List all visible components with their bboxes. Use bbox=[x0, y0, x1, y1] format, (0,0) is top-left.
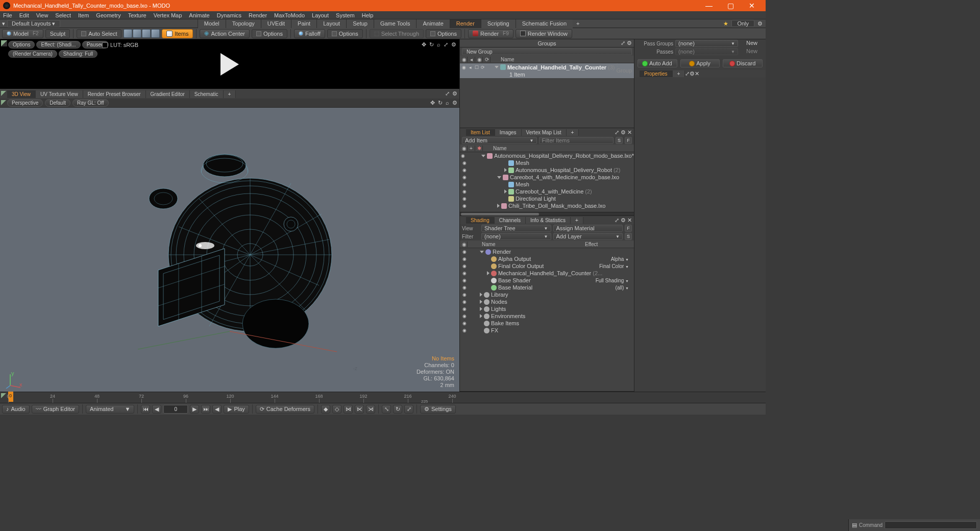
gear-icon[interactable]: ⚙ bbox=[627, 40, 632, 46]
menu-vertexmap[interactable]: Vertex Map bbox=[154, 12, 182, 18]
grapheditor-button[interactable]: 〰Graph Editor bbox=[32, 405, 79, 414]
3d-viewport[interactable]: -z No Items Channels: 0 Deformers: ON GL… bbox=[0, 108, 459, 392]
key-icon[interactable]: ⋈ bbox=[344, 405, 353, 414]
layout-tab-layout[interactable]: Layout bbox=[316, 19, 346, 28]
key-icon[interactable]: ◆ bbox=[321, 405, 330, 414]
shader-row[interactable]: ◉Base ShaderFull Shading ▼ bbox=[460, 277, 634, 284]
menu-item[interactable]: Item bbox=[78, 12, 89, 18]
list-item[interactable]: ◉Autonomous_Hospital_Delivery_Robot_modo… bbox=[460, 152, 634, 159]
preview-effect[interactable]: Effect: (Shadi... bbox=[36, 41, 80, 49]
name-column[interactable]: Name bbox=[483, 146, 634, 151]
tool-icon[interactable]: ↻ bbox=[393, 405, 402, 414]
menu-texture[interactable]: Texture bbox=[128, 12, 146, 18]
s-button[interactable]: S bbox=[616, 137, 623, 144]
menu-dynamics[interactable]: Dynamics bbox=[217, 12, 241, 18]
panel-tab[interactable]: Shading bbox=[466, 217, 495, 224]
component-mode-icons[interactable] bbox=[124, 29, 160, 38]
gear-icon[interactable]: ⚙ bbox=[451, 41, 456, 48]
expand-triangle-icon[interactable] bbox=[481, 155, 485, 157]
add-tab[interactable]: + bbox=[673, 70, 685, 77]
passes-dropdown[interactable]: (none)▼ bbox=[675, 48, 738, 55]
preview-shading[interactable]: Shading: Full bbox=[59, 50, 97, 58]
play-button[interactable]: ▶Play bbox=[224, 405, 249, 414]
refresh-icon[interactable]: ↻ bbox=[429, 41, 434, 48]
panel-tab[interactable]: Vertex Map List bbox=[522, 129, 567, 136]
eye-col-icon[interactable]: ◉ bbox=[460, 57, 468, 62]
expand-icon[interactable]: ⤢ bbox=[615, 129, 619, 136]
expand-triangle-icon[interactable] bbox=[504, 168, 507, 172]
add-layout-tab[interactable]: + bbox=[573, 20, 583, 27]
close-icon[interactable]: ✕ bbox=[627, 129, 632, 136]
search-icon[interactable]: ⌕ bbox=[437, 41, 440, 48]
menu-system[interactable]: System bbox=[336, 12, 355, 18]
options-button-1[interactable]: Options bbox=[252, 29, 287, 38]
menu-geometry[interactable]: Geometry bbox=[96, 12, 120, 18]
layout-tab-gametools[interactable]: Game Tools bbox=[374, 19, 416, 28]
expand-triangle-icon[interactable] bbox=[497, 176, 501, 179]
panel-tab[interactable]: Item List bbox=[466, 129, 495, 136]
layout-tab-render[interactable]: Render bbox=[450, 19, 481, 28]
step-back-icon[interactable]: ◀ bbox=[152, 405, 161, 414]
vertex-mode-icon[interactable] bbox=[124, 29, 132, 38]
col-icon[interactable]: ◉ bbox=[475, 57, 483, 62]
expand-icon[interactable]: ⤢ bbox=[445, 90, 450, 97]
shader-row[interactable]: ◉FX bbox=[460, 327, 634, 334]
plus-col-icon[interactable]: + bbox=[468, 146, 475, 151]
cachedeformers-button[interactable]: ⟳Cache Deformers bbox=[256, 405, 314, 414]
list-item[interactable]: ◉Mesh bbox=[460, 159, 634, 166]
menu-select[interactable]: Select bbox=[55, 12, 71, 18]
s-button[interactable]: S bbox=[625, 233, 632, 240]
maximize-button[interactable]: ▢ bbox=[720, 0, 741, 11]
f-button[interactable]: F bbox=[625, 137, 632, 144]
close-icon[interactable]: ✕ bbox=[695, 70, 699, 77]
newgroup-button[interactable]: New Group bbox=[462, 48, 632, 55]
menu-view[interactable]: View bbox=[36, 12, 48, 18]
raygl-dropdown[interactable]: Ray GL: Off bbox=[72, 99, 109, 107]
expand-triangle-icon[interactable] bbox=[480, 307, 482, 311]
move-icon[interactable]: ✥ bbox=[430, 100, 435, 106]
filter-dropdown[interactable]: (none)▼ bbox=[481, 233, 551, 240]
preview-camera[interactable]: (Render Camera) bbox=[8, 50, 57, 58]
layout-dropdown-icon[interactable]: ▾ bbox=[0, 20, 7, 27]
play-preview-icon[interactable] bbox=[220, 53, 239, 76]
layout-tab-setup[interactable]: Setup bbox=[346, 19, 374, 28]
layout-tab-scripting[interactable]: Scripting bbox=[481, 19, 516, 28]
view-tab[interactable]: Gradient Editor bbox=[146, 90, 190, 98]
passgroups-dropdown[interactable]: (none)▼ bbox=[675, 40, 738, 47]
shader-row[interactable]: ◉Lights bbox=[460, 305, 634, 312]
effect-column[interactable]: Effect bbox=[583, 242, 634, 247]
close-icon[interactable]: ✕ bbox=[627, 217, 632, 224]
menu-edit[interactable]: Edit bbox=[19, 12, 29, 18]
panel-corner-icon[interactable] bbox=[1, 100, 6, 105]
refresh-icon[interactable]: ↻ bbox=[438, 100, 443, 106]
panel-tab[interactable]: Images bbox=[495, 129, 522, 136]
menu-help[interactable]: Help bbox=[362, 12, 374, 18]
shader-row[interactable]: ◉Bake Items bbox=[460, 320, 634, 327]
add-tab[interactable]: + bbox=[567, 129, 579, 136]
gear-icon[interactable]: ⚙ bbox=[621, 129, 626, 136]
expand-triangle-icon[interactable] bbox=[487, 271, 489, 275]
view-tab[interactable]: 3D View bbox=[7, 90, 36, 98]
shader-row[interactable]: ◉Base Material(all) ▼ bbox=[460, 284, 634, 291]
shader-row[interactable]: ◉Environments bbox=[460, 312, 634, 320]
only-button[interactable]: Only bbox=[731, 20, 754, 27]
lut-toggle[interactable]: LUT: sRGB bbox=[102, 42, 138, 48]
panel-corner-icon[interactable] bbox=[1, 91, 6, 96]
menu-maxtomodo[interactable]: MaxToModo bbox=[274, 12, 305, 18]
addlayer-dropdown[interactable]: Add Layer▼ bbox=[553, 233, 623, 240]
goto-end-icon[interactable]: ⏭ bbox=[201, 405, 210, 414]
name-column[interactable]: Name bbox=[491, 57, 634, 62]
expand-triangle-icon[interactable] bbox=[504, 189, 507, 194]
axis-gizmo-icon[interactable]: y x bbox=[5, 371, 22, 389]
expand-triangle-icon[interactable] bbox=[480, 251, 484, 253]
eye-col-icon[interactable]: ◉ bbox=[460, 146, 468, 151]
falloff-button[interactable]: Falloff bbox=[294, 29, 325, 38]
col-icon[interactable]: ⟳ bbox=[483, 57, 491, 62]
view-tab[interactable]: Render Preset Browser bbox=[83, 90, 146, 98]
view-tab[interactable]: Schematic bbox=[190, 90, 224, 98]
options-button-3[interactable]: Options bbox=[426, 29, 461, 38]
frame-field[interactable]: 0 bbox=[163, 405, 188, 414]
minimize-button[interactable]: — bbox=[698, 0, 720, 11]
gear-icon[interactable]: ⚙ bbox=[757, 20, 763, 27]
key-icon[interactable]: ◇ bbox=[332, 405, 341, 414]
